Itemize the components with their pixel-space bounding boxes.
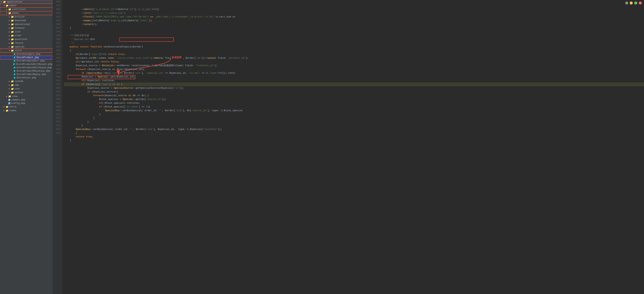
tree-arrow-view: ▶ [5, 95, 8, 98]
file-icon-StoreProductRelation: C [14, 70, 16, 72]
sidebar-item-StoreVisit[interactable]: CStoreVisit.php [0, 76, 52, 80]
code-line-568: } [64, 113, 644, 116]
line-num-543: 543 [52, 11, 60, 15]
line-num-560: 560 [52, 75, 60, 79]
sidebar-item-wechat[interactable]: ▶📁wechat [0, 91, 52, 95]
sidebar-item-live[interactable]: ▶📁live [0, 30, 52, 34]
sidebar-item-index[interactable]: ▶📁index [0, 109, 52, 113]
line-num-540: 540 [52, 0, 60, 4]
sidebar-item-system[interactable]: ▶📁system [0, 80, 52, 83]
code-line-554: if(!$product_id) return false; [64, 60, 644, 64]
tree-arrow-article: ▶ [8, 16, 11, 18]
sidebar-item-controller[interactable]: ▶📁controller [0, 7, 52, 11]
line-num-573: 573 [52, 124, 60, 128]
code-line-546 [64, 30, 644, 34]
tree-arrow-download: ▶ [8, 19, 11, 22]
sidebar-item-record[interactable]: ▶📁record [0, 41, 52, 45]
sidebar-item-StoreCategory[interactable]: CStoreCategory.php [0, 52, 52, 56]
sidebar-label-special: special [15, 46, 24, 48]
line-num-549: 549 [52, 34, 60, 37]
folder-icon-view: 📁 [8, 95, 11, 98]
sidebar-item-StoreProduct[interactable]: CStoreProduct.php [0, 56, 52, 59]
window-btn-minimize[interactable] [630, 1, 633, 4]
file-icon-StoreProductAttrResult: C [13, 63, 15, 65]
tree-arrow-admin: ▼ [3, 5, 6, 7]
file-icon-config_php: P [8, 102, 10, 104]
sidebar-item-config_php[interactable]: Pconfig.php [0, 102, 52, 105]
code-line-564: $task_special = Special::get($v['source_… [64, 98, 644, 101]
code-line-575: } [64, 139, 644, 143]
code-line-545: } [64, 26, 644, 30]
sidebar-item-user[interactable]: ▶📁user [0, 87, 52, 91]
tree-arrow-questions: ▶ [8, 38, 11, 40]
sidebar-item-common_php[interactable]: Pcommon.php [0, 98, 52, 102]
tree-arrow-store: ▼ [8, 50, 11, 52]
sidebar-item-ump[interactable]: ▶📁ump [0, 83, 52, 87]
sidebar-item-StoreProductReply[interactable]: CStoreProductReply.php [0, 73, 52, 76]
folder-icon-controller: 📁 [8, 8, 11, 11]
folder-icon-finance: 📁 [11, 27, 14, 30]
line-num-562: 562 [52, 83, 60, 86]
window-controls [625, 1, 642, 4]
line-num-544: 544 [52, 15, 60, 19]
sidebar-item-special[interactable]: ▶📁special [0, 45, 52, 49]
folder-icon-extra: 📁 [6, 105, 9, 108]
sidebar-label-questions: questions [15, 38, 28, 41]
code-line-551: { [64, 49, 644, 52]
line-num-568: 568 [52, 105, 60, 109]
code-line-573: } [64, 131, 644, 135]
code-line-567: SpecialBuy::setBuySpecial( order_id: '',… [64, 109, 644, 113]
sidebar-item-educational[interactable]: ▶📁educational [0, 22, 52, 26]
sidebar-label-order: order [15, 34, 22, 37]
tree-arrow-ump: ▶ [8, 84, 11, 86]
sidebar-item-extra[interactable]: ▶📁extra [0, 105, 52, 109]
code-line-562: if ($special_source){ [64, 90, 644, 94]
line-num-541: 541 [52, 4, 60, 7]
sidebar-item-order[interactable]: ▶📁order [0, 34, 52, 37]
window-btn-maximize[interactable] [634, 1, 637, 4]
sidebar-item-article[interactable]: ▶📁article [0, 15, 52, 19]
tree-arrow-user: ▶ [8, 88, 11, 90]
code-line-547: /**获取关联专题 [64, 34, 644, 37]
code-line-541: ->join('user c','c.uid=a.uid') [64, 11, 644, 15]
code-area[interactable]: ->where(['a.product_id'=>$where['id'],'a… [62, 0, 644, 294]
folder-icon-store: 📁 [11, 49, 14, 52]
sidebar-item-questions[interactable]: ▶📁questions [0, 37, 52, 41]
window-btn-extra[interactable] [625, 1, 628, 4]
sidebar-item-application[interactable]: ▼📁application [0, 0, 52, 4]
folder-icon-educational: 📁 [11, 23, 14, 26]
sidebar-item-StoreProductAttrValue[interactable]: CStoreProductAttrValue.php [0, 66, 52, 69]
sidebar-item-finance[interactable]: ▶📁finance [0, 26, 52, 30]
sidebar-label-wechat: wechat [15, 91, 23, 94]
sidebar: ▼📁application▼📁admin▶📁controller▼📁model▶… [0, 0, 52, 294]
sidebar-item-view[interactable]: ▶📁view [0, 95, 52, 98]
sidebar-item-model[interactable]: ▼📁model [0, 11, 52, 15]
sidebar-item-admin[interactable]: ▼📁admin [0, 4, 52, 7]
sidebar-label-StoreVisit: StoreVisit.php [16, 77, 36, 79]
sidebar-item-StoreProductAttr[interactable]: CStoreProductAttr.php [0, 59, 52, 63]
code-line-550: public static function setAssociatedTopi… [64, 45, 644, 49]
code-line-553: $product_id=Db::name( name: 'store_order… [64, 56, 644, 60]
sidebar-item-store[interactable]: ▼📁store [0, 49, 52, 52]
line-num-558: 558 [52, 67, 60, 71]
folder-icon-wechat: 📁 [11, 91, 14, 94]
window-btn-close[interactable] [639, 1, 642, 4]
tree-arrow-educational: ▶ [8, 23, 11, 25]
sidebar-item-StoreProductRelation[interactable]: CStoreProductRelation.php [0, 69, 52, 73]
code-line-542: ->field(['FROM_UNIXTIME(a.add_time,"%Y-%… [64, 15, 644, 19]
sidebar-label-ump: ump [15, 84, 19, 86]
line-num-561: 561 [52, 79, 60, 83]
line-num-570: 570 [52, 113, 60, 116]
sidebar-label-StoreCategory: StoreCategory.php [16, 53, 40, 55]
sidebar-item-StoreProductAttrResult[interactable]: CStoreProductAttrResult.php [0, 63, 52, 66]
sidebar-label-common_php: common.php [11, 99, 25, 101]
sidebar-label-StoreProduct: StoreProduct.php [16, 56, 39, 59]
line-num-548: 548 [52, 30, 60, 34]
sidebar-item-download[interactable]: ▶📁download [0, 19, 52, 22]
code-line-569: } [64, 116, 644, 120]
code-line-548: * @param int $id [64, 37, 644, 41]
folder-icon-ump: 📁 [11, 84, 14, 87]
line-num-569: 569 [52, 109, 60, 113]
sidebar-label-finance: finance [15, 27, 24, 29]
sidebar-label-educational: educational [15, 23, 30, 26]
